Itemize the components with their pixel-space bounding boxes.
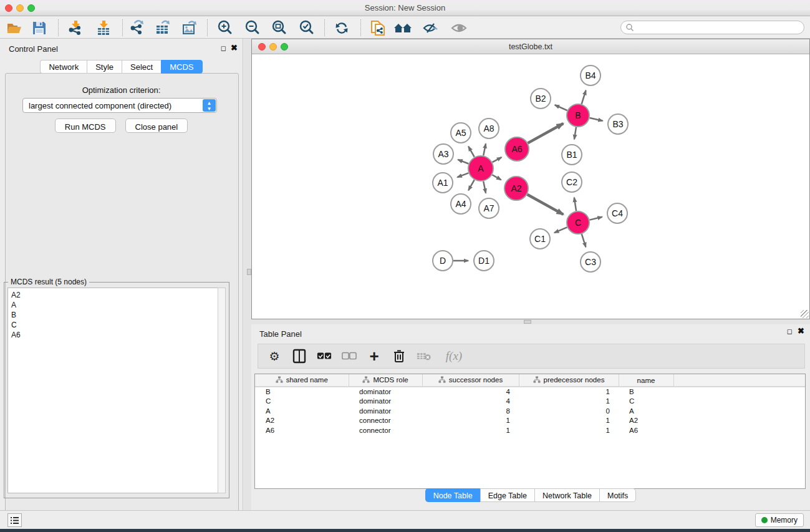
float-table-panel-icon[interactable]: ◻: [787, 328, 793, 334]
splitter-handle[interactable]: [247, 269, 251, 275]
add-column-button[interactable]: +: [367, 349, 382, 364]
table-cell[interactable]: dominator: [349, 397, 422, 407]
refresh-button[interactable]: [331, 19, 352, 37]
graph-edge-B-B1[interactable]: [574, 127, 576, 140]
graph-edge-B-B4[interactable]: [582, 90, 586, 104]
delete-table-button[interactable]: [417, 349, 432, 364]
run-mcds-button[interactable]: Run MCDS: [55, 118, 116, 133]
graph-edge-C-C4[interactable]: [589, 217, 602, 220]
table-cell[interactable]: 1: [519, 387, 619, 397]
graph-node-D1[interactable]: D1: [474, 251, 494, 271]
graph-node-C[interactable]: C: [567, 211, 589, 234]
table-cell[interactable]: 8: [422, 406, 519, 416]
gear-button[interactable]: ⚙: [267, 349, 282, 364]
network-window-titlebar[interactable]: testGlobe.txt: [252, 39, 809, 54]
graph-edge-A-A8[interactable]: [483, 143, 486, 155]
mcds-result-item[interactable]: B: [11, 310, 218, 320]
splitter-handle[interactable]: [524, 320, 531, 324]
table-cell[interactable]: A: [619, 406, 673, 416]
graph-edge-A2-C[interactable]: [527, 195, 563, 215]
graph-node-B3[interactable]: B3: [608, 114, 628, 134]
zoom-selected-button[interactable]: [296, 19, 317, 37]
table-cell[interactable]: B: [619, 387, 673, 397]
tab-style[interactable]: Style: [87, 60, 122, 74]
table-cell[interactable]: 0: [519, 406, 619, 416]
graph-node-B2[interactable]: B2: [531, 89, 551, 109]
table-cell[interactable]: A6: [255, 425, 349, 435]
close-panel-button[interactable]: Close panel: [125, 118, 188, 133]
tab-select[interactable]: Select: [122, 60, 161, 74]
window-resize-grip[interactable]: [801, 310, 809, 318]
tab-network-table[interactable]: Network Table: [534, 488, 599, 502]
graph-edge-A-A2[interactable]: [492, 175, 501, 180]
mcds-list-scrollbar[interactable]: [218, 288, 226, 493]
graph-node-B4[interactable]: B4: [581, 65, 600, 85]
graph-node-C2[interactable]: C2: [562, 172, 582, 192]
table-cell[interactable]: 1: [519, 416, 619, 426]
optimization-criterion-select[interactable]: largest connected component (directed) ▲…: [22, 98, 217, 113]
graph-edge-C-C2[interactable]: [574, 198, 576, 211]
mcds-result-item[interactable]: C: [11, 320, 218, 330]
table-cell[interactable]: A6: [619, 425, 673, 435]
column-header-shared-name[interactable]: shared name: [255, 374, 349, 387]
table-row[interactable]: A2connector11A2: [255, 416, 805, 426]
graph-node-A4[interactable]: A4: [451, 194, 471, 214]
table-cell[interactable]: C: [619, 397, 673, 407]
graph-node-C1[interactable]: C1: [530, 229, 550, 249]
table-cell[interactable]: dominator: [349, 387, 422, 397]
table-cell[interactable]: A2: [619, 416, 673, 426]
table-cell[interactable]: C: [255, 397, 349, 407]
table-cell[interactable]: A: [255, 406, 349, 416]
graph-edge-A-A7[interactable]: [483, 181, 486, 193]
table-cell[interactable]: connector: [349, 416, 422, 426]
node-table-container[interactable]: shared nameMCDS rolesuccessor nodesprede…: [254, 374, 806, 489]
show-all-button[interactable]: [448, 19, 470, 37]
zoom-fit-button[interactable]: [269, 19, 290, 37]
network-canvas[interactable]: B4B2BB3A8A5A6A3B1AA1C2A2A4A7C4CC1C3DD1: [252, 55, 809, 319]
zoom-in-button[interactable]: [215, 19, 236, 37]
mcds-result-list[interactable]: A2ABCA6: [7, 288, 218, 493]
export-network-button[interactable]: [126, 19, 147, 37]
zoom-out-button[interactable]: [242, 19, 263, 37]
search-input[interactable]: [634, 23, 804, 32]
graph-node-A2[interactable]: A2: [504, 177, 528, 200]
graph-edge-A-A4[interactable]: [468, 180, 474, 190]
mcds-result-item[interactable]: A6: [11, 330, 218, 340]
close-panel-icon[interactable]: ✖: [231, 44, 238, 52]
export-image-button[interactable]: [179, 19, 200, 37]
graph-edge-A-A1[interactable]: [457, 173, 468, 177]
columns-button[interactable]: [292, 349, 307, 364]
graph-node-A5[interactable]: A5: [451, 123, 471, 143]
table-row[interactable]: Cdominator41C: [255, 397, 805, 407]
table-cell[interactable]: A2: [255, 416, 349, 426]
graph-edge-C-C1[interactable]: [554, 227, 567, 233]
graph-edge-B-B2[interactable]: [555, 105, 567, 110]
table-cell[interactable]: 1: [422, 425, 519, 435]
table-cell[interactable]: 4: [422, 397, 519, 407]
graph-edge-A-A5[interactable]: [468, 147, 474, 157]
select-all-button[interactable]: [317, 349, 332, 364]
graph-node-B1[interactable]: B1: [562, 145, 582, 165]
import-network-button[interactable]: [65, 19, 86, 37]
table-row[interactable]: Bdominator41B: [255, 387, 805, 397]
column-header-name[interactable]: name: [619, 374, 673, 387]
delete-column-button[interactable]: [392, 349, 407, 364]
column-header-predecessor-nodes[interactable]: predecessor nodes: [519, 374, 619, 387]
graph-node-D[interactable]: D: [433, 251, 453, 271]
table-cell[interactable]: connector: [349, 425, 422, 435]
graph-edge-A-A6[interactable]: [493, 157, 502, 162]
table-cell[interactable]: 1: [422, 416, 519, 426]
tab-edge-table[interactable]: Edge Table: [480, 488, 534, 502]
mcds-result-item[interactable]: A2: [11, 290, 218, 300]
graph-node-C3[interactable]: C3: [581, 252, 600, 272]
graph-edge-A6-B[interactable]: [528, 123, 564, 143]
graph-node-A1[interactable]: A1: [433, 173, 453, 193]
memory-button[interactable]: Memory: [755, 513, 804, 527]
tab-motifs[interactable]: Motifs: [599, 488, 636, 502]
graph-node-A3[interactable]: A3: [433, 144, 453, 164]
table-cell[interactable]: 1: [519, 397, 619, 407]
home-button[interactable]: [393, 19, 414, 37]
float-panel-icon[interactable]: ◻: [221, 45, 226, 51]
graph-edge-C-C3[interactable]: [582, 234, 586, 247]
task-history-button[interactable]: [7, 513, 22, 527]
